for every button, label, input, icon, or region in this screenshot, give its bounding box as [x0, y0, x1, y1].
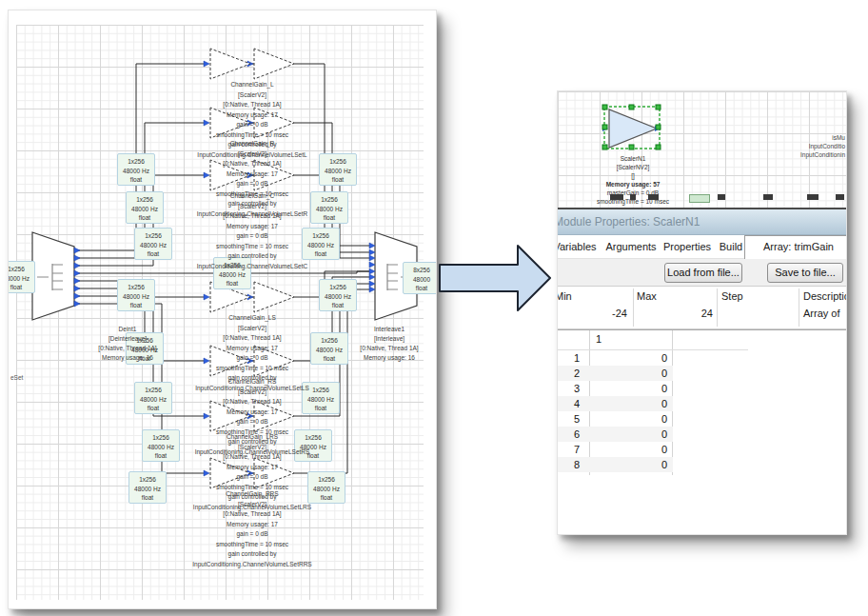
- input-wire-type-box: 1x25648000 Hzfloat: [8, 261, 35, 293]
- tab-arguments[interactable]: Arguments: [600, 237, 662, 256]
- array-row: 80: [558, 457, 673, 472]
- selected-module[interactable]: [602, 104, 664, 157]
- wire-type-box: 1x25648000 Hzfloat: [117, 279, 155, 311]
- row-number: 6: [558, 427, 589, 442]
- pin-icon: [369, 249, 375, 255]
- trimgain-array-table: 1 1020304050607080: [558, 329, 846, 485]
- column-1-header: 1: [596, 333, 602, 345]
- pin-icon: [204, 294, 209, 300]
- module-memory: Memory usage: 57: [573, 180, 693, 189]
- array-value-cell[interactable]: 0: [589, 396, 672, 411]
- window-title: Module Properties: ScalerN1: [557, 215, 700, 229]
- window-titlebar[interactable]: Module Properties: ScalerN1: [558, 209, 846, 235]
- scaler-triangle[interactable]: [254, 49, 294, 79]
- module-name: ScalerN1: [573, 154, 693, 163]
- tab-bar: Variables Arguments Properties Build Arr…: [558, 235, 846, 258]
- array-value-cell[interactable]: 0: [589, 457, 672, 472]
- pin-icon: [369, 287, 375, 292]
- block-type: [Interleave]: [332, 334, 437, 344]
- pin-icon: [74, 301, 80, 307]
- array-value-cell[interactable]: 0: [589, 381, 672, 396]
- tab-variables[interactable]: Variables: [557, 237, 600, 256]
- array-value-cell[interactable]: 0: [589, 442, 672, 457]
- col-max: Max: [637, 290, 657, 302]
- pin-icon: [369, 255, 375, 261]
- tab-properties[interactable]: Properties: [659, 237, 716, 256]
- row-number: 7: [558, 442, 589, 457]
- pin-icon: [74, 270, 80, 276]
- param-summary: Min Max Step Description -24 24 Array of: [558, 286, 846, 329]
- clipped-text-fragments: [558, 194, 846, 204]
- clipped-edge-label: eSet: [10, 374, 23, 381]
- interleave-label: Interleave1 [Interleave] [0:Native, Thre…: [332, 325, 437, 363]
- pin-icon: [74, 255, 80, 261]
- module-properties-window: Module Properties: ScalerN1 Variables Ar…: [558, 208, 846, 535]
- pin-icon: [204, 61, 209, 67]
- save-to-file-button[interactable]: Save to file...: [767, 263, 843, 283]
- block-name: Interleave1: [332, 325, 437, 334]
- pin-icon: [369, 274, 375, 280]
- array-row: 50: [558, 411, 673, 427]
- deinterleave-block[interactable]: [32, 232, 74, 320]
- array-row: 70: [558, 442, 673, 457]
- min-value: -24: [558, 308, 627, 319]
- edge-line: isMu: [800, 133, 845, 142]
- edge-line: InputConditio: [800, 142, 845, 150]
- array-value-cell[interactable]: 0: [589, 366, 672, 381]
- array-row: 10: [558, 350, 673, 366]
- pin-icon: [369, 268, 375, 274]
- scaler-triangle[interactable]: [254, 282, 294, 312]
- array-value-cell[interactable]: 0: [589, 411, 672, 427]
- file-button-row: Load from file... Save to file...: [558, 258, 846, 286]
- pin-icon: [74, 263, 80, 268]
- row-number: 1: [558, 350, 589, 366]
- figure-canvas: 1x25648000 Hzfloat1x25648000 Hzfloat1x25…: [0, 0, 868, 616]
- pin-icon: [74, 248, 80, 253]
- module-args: []: [573, 171, 693, 180]
- array-row: 30: [558, 381, 673, 396]
- pin-icon: [369, 243, 375, 248]
- array-rows: 1020304050607080: [558, 350, 673, 472]
- edge-line: InputConditionin: [800, 150, 845, 159]
- pin-icon: [369, 262, 375, 268]
- array-column-header: 1: [558, 330, 748, 350]
- wire-type-box: 1x25648000 Hzfloat: [319, 279, 357, 311]
- array-row: 20: [558, 366, 673, 381]
- load-from-file-button[interactable]: Load from file...: [664, 263, 742, 283]
- array-row: 40: [558, 396, 673, 411]
- designer-canvas-page: 1x25648000 Hzfloat1x25648000 Hzfloat1x25…: [8, 10, 437, 609]
- scaler-triangle[interactable]: [210, 49, 250, 79]
- row-number: 4: [558, 396, 589, 411]
- flow-arrow: [430, 236, 556, 320]
- description-value: Array of: [803, 308, 847, 319]
- block-memory: Memory usage: 16: [332, 353, 437, 363]
- pin-icon: [74, 278, 80, 284]
- scaler-module-shape[interactable]: [609, 109, 657, 148]
- tab-build[interactable]: Build: [714, 237, 748, 256]
- tab-array-trimgain[interactable]: Array: trimGain: [744, 235, 847, 259]
- max-value: 24: [637, 308, 713, 319]
- wire-type-box: 1x25648000 Hzfloat: [117, 153, 155, 186]
- row-number: 5: [558, 411, 589, 427]
- properties-page: ScalerN1 [ScalerNV2] [] Memory usage: 57…: [557, 90, 847, 535]
- module-type: [ScalerNV2]: [573, 163, 693, 171]
- col-step: Step: [721, 290, 743, 302]
- block-thread: [0:Native, Thread 1A]: [332, 344, 437, 353]
- array-value-cell[interactable]: 0: [589, 350, 672, 366]
- col-min: Min: [557, 290, 572, 302]
- scaler-module-label: ChannelGain_RRS[ScalerV2][0:Native, Thre…: [157, 489, 347, 569]
- row-number: 3: [558, 381, 589, 396]
- pin-icon: [74, 286, 80, 291]
- array-value-cell[interactable]: 0: [589, 427, 672, 442]
- pin-icon: [74, 293, 80, 299]
- col-description: Description: [803, 290, 847, 302]
- pin-icon: [369, 281, 375, 287]
- row-number: 2: [558, 366, 589, 381]
- scaler-module-label: ChannelGain_C[ScalerV2][0:Native, Thread…: [157, 191, 347, 271]
- row-number: 8: [558, 457, 589, 472]
- clipped-edge-text: isMu InputConditio InputConditionin: [800, 133, 845, 159]
- array-row: 60: [558, 427, 673, 442]
